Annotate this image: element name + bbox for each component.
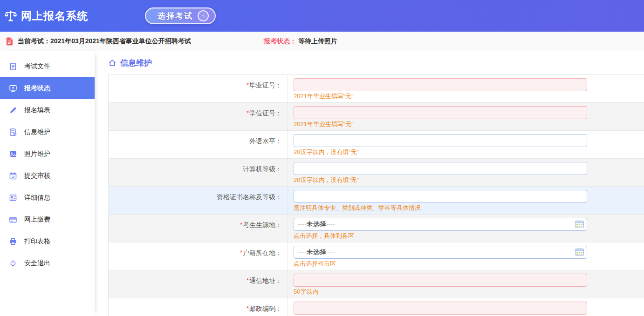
field-cell-degree-cert-no: 2021年毕业生填写“无”	[288, 103, 644, 130]
sidebar-item-label: 打印表格	[24, 237, 50, 246]
form-row-household-location: *户籍所在地：----未选择----点击选择省市区	[109, 242, 644, 270]
computer-level-input[interactable]	[294, 162, 587, 175]
form-row-degree-cert-no: *学位证号：2021年毕业生填写“无”	[109, 103, 644, 131]
field-hint-qualification-cert: 需注明具体专业、类别或种类、学科等具体情况	[294, 204, 644, 212]
sidebar-item-application-status[interactable]: 报考状态	[0, 77, 95, 99]
field-cell-postal-code	[288, 298, 644, 316]
info-form: *毕业证号：2021年毕业生填写“无”*学位证号：2021年毕业生填写“无”外语…	[108, 74, 644, 316]
app-title: 网上报名系统	[21, 9, 88, 23]
form-row-mailing-address: *通信地址：50字以内	[109, 270, 644, 298]
field-cell-qualification-cert: 需注明具体专业、类别或种类、学科等具体情况	[288, 187, 644, 214]
form-row-computer-level: 计算机等级：20汉字以内，没有填“无”	[109, 159, 644, 187]
sidebar-item-detail-info[interactable]: 详细信息	[0, 187, 95, 208]
field-cell-foreign-language-level: 20汉字以内，没有填“无”	[288, 131, 644, 158]
candidate-origin-select[interactable]: ----未选择----	[294, 218, 587, 231]
field-label-qualification-cert: 资格证书名称及等级：	[109, 187, 288, 214]
form-row-postal-code: *邮政编码：	[109, 298, 644, 316]
field-label-text: 毕业证号：	[249, 81, 282, 90]
field-label-foreign-language-level: 外语水平：	[109, 131, 288, 158]
form-row-graduation-cert-no: *毕业证号：2021年毕业生填写“无”	[109, 75, 644, 103]
image-icon	[9, 150, 17, 158]
pencil-icon	[9, 106, 17, 114]
sidebar-item-label: 详细信息	[24, 194, 50, 202]
form-row-foreign-language-level: 外语水平：20汉字以内，没有填“无”	[109, 131, 644, 159]
sidebar-item-info-maintenance[interactable]: 信息维护	[0, 121, 95, 143]
document-icon	[6, 37, 13, 46]
field-label-text: 学位证号：	[249, 109, 282, 118]
field-cell-household-location: ----未选择----点击选择省市区	[288, 242, 644, 270]
field-label-text: 邮政编码：	[249, 305, 282, 313]
field-cell-graduation-cert-no: 2021年毕业生填写“无”	[288, 75, 644, 102]
sidebar-item-label: 安全退出	[24, 259, 50, 268]
required-asterisk: *	[247, 305, 249, 312]
field-label-candidate-origin: *考生生源地：	[109, 215, 288, 242]
scales-icon	[4, 10, 18, 22]
field-label-text: 计算机等级：	[243, 165, 282, 174]
select-value: ----未选择----	[298, 248, 335, 256]
id-card-icon	[9, 194, 17, 202]
qualification-cert-input[interactable]	[294, 190, 587, 203]
sidebar-item-label: 考试文件	[24, 62, 50, 71]
sidebar-item-photo-maintenance[interactable]: 照片维护	[0, 143, 95, 165]
field-label-graduation-cert-no: *毕业证号：	[109, 75, 288, 102]
sidebar-nav: 考试文件报考状态报名填表信息维护照片维护提交审核详细信息网上缴费打印表格安全退出	[0, 51, 95, 316]
monitor-user-icon	[9, 84, 17, 93]
field-hint-graduation-cert-no: 2021年毕业生填写“无”	[294, 92, 644, 101]
hand-click-icon: ☝	[198, 10, 209, 21]
field-hint-degree-cert-no: 2021年毕业生填写“无”	[294, 120, 644, 128]
sidebar-item-label: 提交审核	[24, 172, 50, 180]
field-label-text: 资格证书名称及等级：	[217, 193, 282, 202]
calendar-check-icon	[9, 172, 17, 180]
current-exam-value: 2021年03月2021年陕西省事业单位公开招聘考试	[50, 37, 191, 46]
field-hint-computer-level: 20汉字以内，没有填“无”	[294, 176, 644, 184]
postal-code-input[interactable]	[294, 302, 587, 315]
field-hint-mailing-address: 50字以内	[294, 288, 644, 296]
required-asterisk: *	[247, 81, 249, 88]
file-text-icon	[9, 62, 17, 71]
mailing-address-input[interactable]	[294, 274, 587, 287]
current-exam-label: 当前考试：	[18, 37, 50, 46]
sidebar-item-exam-files[interactable]: 考试文件	[0, 55, 95, 77]
field-label-text: 考生生源地：	[243, 221, 282, 229]
field-cell-candidate-origin: ----未选择----点击选择，具体到县区	[288, 215, 644, 242]
select-exam-button[interactable]: 选择考试 ☝	[145, 7, 216, 24]
field-label-text: 通信地址：	[249, 277, 282, 285]
field-cell-computer-level: 20汉字以内，没有填“无”	[288, 159, 644, 186]
degree-cert-no-input[interactable]	[294, 106, 587, 119]
household-location-select[interactable]: ----未选择----	[294, 246, 587, 259]
field-hint-household-location: 点击选择省市区	[294, 260, 644, 268]
app-logo: 网上报名系统	[4, 9, 88, 23]
sidebar-item-registration-form[interactable]: 报名填表	[0, 99, 95, 121]
status-label: 报考状态：	[264, 37, 296, 45]
picker-grid-icon[interactable]	[575, 221, 584, 228]
sidebar-item-print-form[interactable]: 打印表格	[0, 230, 95, 252]
foreign-language-level-input[interactable]	[294, 134, 587, 147]
sidebar-item-label: 信息维护	[24, 128, 50, 136]
select-exam-label: 选择考试	[158, 11, 193, 21]
status-value: 等待上传照片	[298, 37, 337, 45]
graduation-cert-no-input[interactable]	[294, 78, 587, 91]
field-label-household-location: *户籍所在地：	[109, 242, 288, 270]
printer-icon	[9, 237, 17, 246]
app-header: 网上报名系统 选择考试 ☝	[0, 0, 644, 32]
required-asterisk: *	[247, 109, 249, 116]
section-title-text: 信息维护	[120, 58, 152, 68]
field-hint-foreign-language-level: 20汉字以内，没有填“无”	[294, 148, 644, 156]
sidebar-item-logout[interactable]: 安全退出	[0, 252, 95, 274]
field-cell-mailing-address: 50字以内	[288, 270, 644, 298]
picker-grid-icon[interactable]	[575, 249, 584, 256]
sidebar-item-label: 网上缴费	[24, 215, 50, 224]
home-icon	[108, 59, 116, 67]
field-label-degree-cert-no: *学位证号：	[109, 103, 288, 130]
form-row-qualification-cert: 资格证书名称及等级：需注明具体专业、类别或种类、学科等具体情况	[109, 187, 644, 215]
info-bar: 当前考试： 2021年03月2021年陕西省事业单位公开招聘考试 报考状态： 等…	[0, 32, 644, 51]
sidebar-item-label: 照片维护	[24, 150, 50, 158]
sidebar-item-online-payment[interactable]: 网上缴费	[0, 208, 95, 230]
field-label-text: 外语水平：	[249, 137, 282, 146]
field-hint-candidate-origin: 点击选择，具体到县区	[294, 232, 644, 240]
credit-card-icon	[9, 215, 17, 224]
application-status: 报考状态： 等待上传照片	[264, 37, 337, 46]
power-icon	[9, 259, 17, 268]
sidebar-item-submit-review[interactable]: 提交审核	[0, 165, 95, 187]
form-row-candidate-origin: *考生生源地：----未选择----点击选择，具体到县区	[109, 215, 644, 242]
